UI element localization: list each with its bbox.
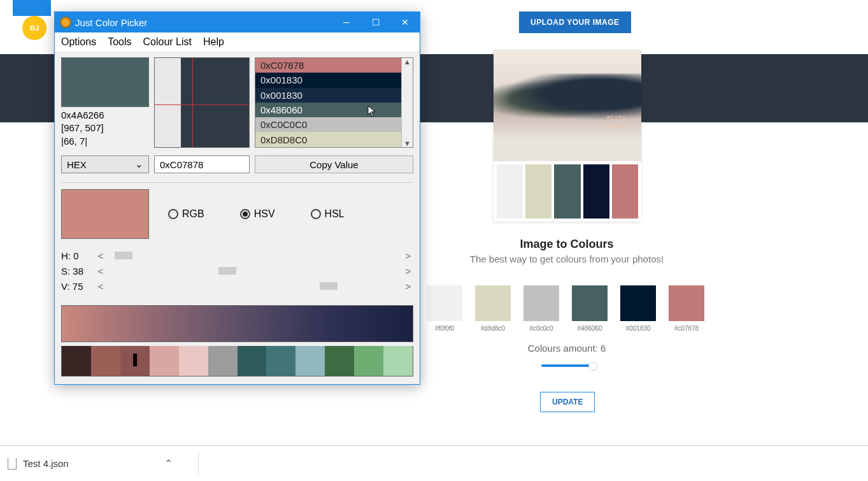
preset-swatch[interactable] [150, 346, 179, 376]
v-inc[interactable]: > [403, 281, 413, 292]
swatch-color [475, 285, 511, 321]
v-dec[interactable]: < [96, 281, 106, 292]
extracted-swatch[interactable]: #f0f0f0 [427, 285, 462, 332]
color-picker-window: Just Color Picker ─ ☐ ✕ Options Tools Co… [54, 11, 420, 385]
swatch-label: #001830 [620, 325, 656, 332]
color-list-item[interactable]: 0x001830 [255, 73, 401, 87]
extracted-swatch[interactable]: #d8d8c0 [475, 285, 511, 332]
radio-hsv-label: HSV [254, 208, 275, 220]
h-slider[interactable] [106, 252, 403, 259]
s-dec[interactable]: < [96, 266, 106, 276]
format-select[interactable]: HEX ⌄ [61, 155, 149, 173]
current-color-sample [61, 57, 149, 107]
extracted-swatch[interactable]: #c07878 [669, 285, 704, 332]
preset-swatch[interactable] [238, 346, 267, 376]
avatar[interactable]: BJ [22, 16, 46, 40]
scroll-down-icon[interactable]: ▼ [404, 140, 411, 147]
card-swatch [497, 164, 523, 219]
copy-value-button[interactable]: Copy Value [255, 155, 413, 173]
chameleon-icon [60, 17, 71, 28]
color-list-scrollbar[interactable]: ▲ ▼ [401, 58, 413, 147]
preset-swatch[interactable] [325, 346, 354, 376]
menu-options[interactable]: Options [61, 36, 96, 48]
s-inc[interactable]: > [403, 266, 413, 276]
hsv-sliders: H: 0 < > S: 38 < > V: 75 < > [61, 248, 413, 294]
swatch-label: #d8d8c0 [475, 325, 511, 332]
extracted-swatch[interactable]: #c0c0c0 [523, 285, 559, 332]
preset-swatch[interactable] [62, 346, 91, 376]
radio-rgb[interactable]: RGB [168, 208, 204, 220]
preset-swatches[interactable] [61, 346, 413, 377]
extracted-swatch[interactable]: #001830 [620, 285, 656, 332]
radio-hsv[interactable]: HSV [240, 208, 275, 220]
swatch-color [669, 285, 704, 321]
image-card: misty { tones } [494, 50, 641, 222]
menu-help[interactable]: Help [203, 36, 224, 48]
colours-amount-slider[interactable] [541, 364, 594, 367]
h-label: H: 0 [61, 250, 96, 261]
maximize-button[interactable]: ☐ [361, 12, 390, 32]
format-selected: HEX [67, 159, 87, 170]
selected-color-swatch [61, 189, 149, 239]
swatch-label: #c07878 [669, 325, 704, 332]
titlebar[interactable]: Just Color Picker ─ ☐ ✕ [55, 12, 420, 32]
browser-tab-hint [13, 0, 51, 16]
color-list-item[interactable]: 0xC0C0C0 [255, 117, 401, 132]
menu-colour-list[interactable]: Colour List [143, 36, 192, 48]
color-list-item[interactable]: 0xC07878 [255, 58, 401, 73]
card-palette [494, 161, 641, 222]
gradient-bar[interactable] [61, 305, 413, 342]
minimize-button[interactable]: ─ [332, 12, 361, 32]
color-list-item[interactable]: 0x486060 [255, 103, 401, 117]
update-button[interactable]: UPDATE [540, 392, 595, 412]
h-dec[interactable]: < [96, 250, 106, 261]
card-swatch [612, 164, 638, 219]
download-filename[interactable]: Test 4.json [23, 458, 69, 469]
preset-swatch[interactable] [120, 346, 150, 376]
preset-swatch[interactable] [383, 346, 413, 376]
extracted-palette: #f0f0f0#d8d8c0#c0c0c0#486060#001830#c078… [427, 285, 704, 332]
cursor-icon [367, 105, 376, 118]
sample-info: 0x4A6266 [967, 507] |66, 7| [61, 109, 149, 148]
upload-image-button[interactable]: UPLOAD YOUR IMAGE [519, 11, 631, 33]
sample-offset: |66, 7| [61, 135, 149, 148]
color-list[interactable]: 0xC078780x0018300x0018300x4860600xC0C0C0… [255, 57, 413, 148]
color-list-item[interactable]: 0x001830 [255, 88, 401, 103]
swatch-label: #f0f0f0 [427, 325, 462, 332]
colours-amount-label: Colours amount: 6 [427, 343, 707, 354]
image-preview-caption: misty { tones } [599, 113, 634, 130]
color-mode-radios: RGB HSV HSL [168, 208, 345, 220]
download-chevron-up-icon[interactable]: ⌃ [164, 457, 173, 470]
page-title: Image to Colours [427, 238, 707, 251]
hex-value-input[interactable] [154, 155, 250, 173]
radio-hsl-label: HSL [325, 208, 345, 220]
preset-swatch[interactable] [266, 346, 295, 376]
divider [61, 182, 413, 183]
preset-swatch[interactable] [91, 346, 120, 376]
card-swatch [525, 164, 551, 219]
radio-rgb-label: RGB [182, 208, 204, 220]
image-preview: misty { tones } [494, 50, 641, 161]
extracted-swatch[interactable]: #486060 [572, 285, 608, 332]
swatch-color [427, 285, 462, 321]
divider [198, 451, 199, 477]
swatch-label: #c0c0c0 [523, 325, 559, 332]
s-slider[interactable] [106, 268, 403, 274]
s-label: S: 38 [61, 266, 96, 276]
card-swatch [554, 164, 580, 219]
sample-hex: 0x4A6266 [61, 109, 149, 122]
preset-swatch[interactable] [179, 346, 208, 376]
menu-tools[interactable]: Tools [108, 36, 131, 48]
window-title: Just Color Picker [75, 17, 332, 28]
color-list-item[interactable]: 0xD8D8C0 [255, 132, 401, 147]
close-button[interactable]: ✕ [390, 12, 420, 32]
scroll-up-icon[interactable]: ▲ [404, 58, 411, 66]
preset-swatch[interactable] [354, 346, 383, 376]
h-inc[interactable]: > [403, 250, 413, 261]
preset-swatch[interactable] [208, 346, 238, 376]
misty-line1: misty [607, 114, 626, 121]
color-list-items[interactable]: 0xC078780x0018300x0018300x4860600xC0C0C0… [255, 58, 401, 147]
v-slider[interactable] [106, 283, 403, 289]
preset-swatch[interactable] [295, 346, 325, 376]
radio-hsl[interactable]: HSL [311, 208, 345, 220]
